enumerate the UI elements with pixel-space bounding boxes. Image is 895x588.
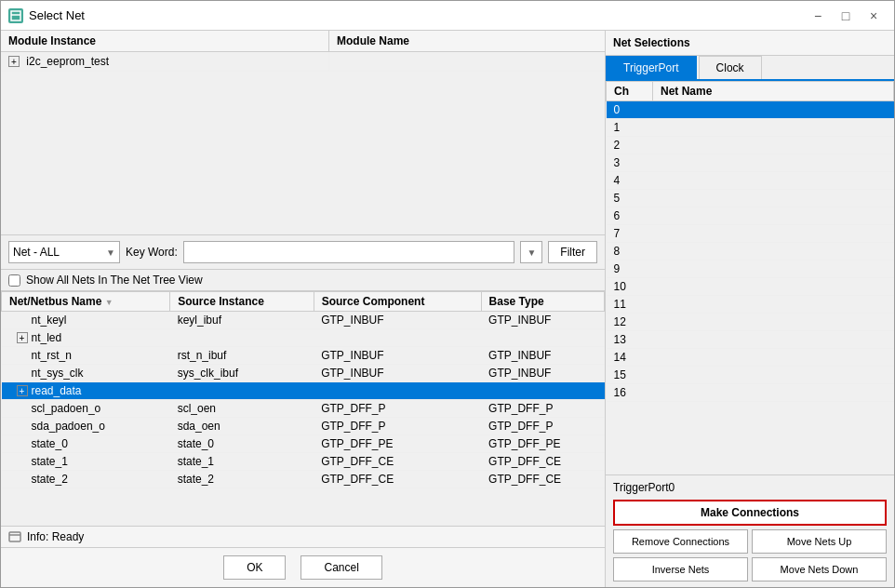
ch-header: Ch [607, 82, 653, 101]
title-bar: Select Net − □ × [1, 1, 894, 31]
ch-table-row[interactable]: 12 [607, 314, 894, 331]
filter-button[interactable]: Filter [548, 241, 597, 263]
close-button[interactable]: × [861, 6, 887, 26]
net-table-row[interactable]: nt_keylkeyl_ibufGTP_INBUFGTP_INBUF [2, 312, 605, 329]
cancel-button[interactable]: Cancel [301, 555, 381, 580]
ch-table-container[interactable]: Ch Net Name 012345678910111213141516 [606, 81, 894, 475]
ch-table-row[interactable]: 10 [607, 278, 894, 296]
move-nets-up-button[interactable]: Move Nets Up [752, 529, 887, 554]
window-title: Select Net [29, 8, 85, 22]
ch-table-row[interactable]: 2 [607, 137, 894, 154]
ch-table: Ch Net Name 012345678910111213141516 [606, 81, 894, 402]
module-name-header: Module Name [329, 31, 605, 51]
main-window: Select Net − □ × Module Instance Module … [0, 0, 895, 588]
minimize-button[interactable]: − [805, 6, 831, 26]
net-selections-header: Net Selections [606, 31, 894, 56]
net-table-row[interactable]: +read_data [2, 382, 605, 400]
status-bar: Info: Ready [1, 526, 605, 547]
ch-table-row[interactable]: 5 [607, 190, 894, 207]
show-all-nets-label: Show All Nets In The Net Tree View [26, 274, 203, 287]
status-text: Info: Ready [27, 530, 84, 543]
ch-table-row[interactable]: 11 [607, 296, 894, 314]
net-table-row[interactable]: scl_padoen_oscl_oenGTP_DFF_PGTP_DFF_P [2, 400, 605, 418]
right-bottom: TriggerPort0 Make Connections Remove Con… [606, 475, 894, 587]
checkbox-row: Show All Nets In The Net Tree View [1, 270, 605, 291]
triggerport0-label: TriggerPort0 [613, 481, 887, 494]
filter-row: Net - ALL ▼ Key Word: ▼ Filter [1, 235, 605, 270]
net-name-header: Net/Netbus Name ▼ [2, 292, 170, 312]
net-table-row[interactable]: +nt_led [2, 329, 605, 347]
source-instance-header: Source Instance [170, 292, 314, 312]
keyword-label: Key Word: [126, 246, 178, 259]
right-panel: Net Selections TriggerPort Clock Ch Net … [606, 31, 894, 587]
ch-table-row[interactable]: 6 [607, 207, 894, 225]
inverse-nets-button[interactable]: Inverse Nets [613, 557, 748, 581]
module-table-row[interactable]: + i2c_eeprom_test [1, 52, 605, 72]
net-select[interactable]: Net - ALL ▼ [8, 241, 120, 263]
ch-table-row[interactable]: 8 [607, 243, 894, 261]
net-select-arrow: ▼ [106, 247, 115, 258]
clock-tab[interactable]: Clock [699, 56, 762, 79]
triggerport-tab[interactable]: TriggerPort [606, 56, 697, 79]
svg-rect-0 [11, 11, 20, 20]
expand-icon[interactable]: + [17, 385, 28, 396]
sort-arrow: ▼ [105, 298, 114, 307]
net-table-row[interactable]: state_1state_1GTP_DFF_CEGTP_DFF_CE [2, 453, 605, 471]
ok-button[interactable]: OK [223, 555, 286, 580]
ch-table-row[interactable]: 14 [607, 349, 894, 367]
main-content: Module Instance Module Name + i2c_eeprom… [1, 31, 894, 587]
ch-table-row[interactable]: 13 [607, 331, 894, 349]
net-table: Net/Netbus Name ▼ Source Instance Source… [1, 291, 605, 488]
net-table-container[interactable]: Net/Netbus Name ▼ Source Instance Source… [1, 291, 605, 526]
keyword-dropdown[interactable]: ▼ [520, 241, 542, 263]
expand-icon[interactable]: + [8, 56, 20, 67]
net-name-ch-header: Net Name [653, 82, 894, 101]
net-table-row[interactable]: nt_sys_clksys_clk_ibufGTP_INBUFGTP_INBUF [2, 365, 605, 382]
make-connections-button[interactable]: Make Connections [613, 500, 887, 526]
status-icon [8, 530, 21, 543]
net-table-row[interactable]: sda_padoen_osda_oenGTP_DFF_PGTP_DFF_P [2, 418, 605, 435]
maximize-button[interactable]: □ [833, 6, 859, 26]
ch-table-row[interactable]: 16 [607, 384, 894, 402]
source-component-header: Source Component [314, 292, 481, 312]
left-panel: Module Instance Module Name + i2c_eeprom… [1, 31, 606, 587]
module-name-value [329, 52, 605, 71]
ch-table-row[interactable]: 7 [607, 225, 894, 243]
action-row-1: Remove Connections Move Nets Up [613, 529, 887, 554]
ch-table-row[interactable]: 1 [607, 119, 894, 137]
expand-icon[interactable]: + [17, 332, 28, 343]
show-all-nets-checkbox[interactable] [8, 274, 20, 287]
action-row-2: Inverse Nets Move Nets Down [613, 557, 887, 581]
net-table-row[interactable]: nt_rst_nrst_n_ibufGTP_INBUFGTP_INBUF [2, 347, 605, 365]
tab-row: TriggerPort Clock [606, 56, 894, 81]
net-table-row[interactable]: state_2state_2GTP_DFF_CEGTP_DFF_CE [2, 471, 605, 488]
svg-rect-2 [9, 532, 20, 541]
ch-table-row[interactable]: 9 [607, 261, 894, 278]
move-nets-down-button[interactable]: Move Nets Down [752, 557, 887, 581]
ch-table-row[interactable]: 4 [607, 172, 894, 190]
window-icon [8, 8, 23, 23]
module-instance-header: Module Instance [1, 31, 329, 51]
ch-table-row[interactable]: 0 [607, 101, 894, 119]
keyword-input[interactable] [183, 241, 515, 263]
bottom-buttons: OK Cancel [1, 547, 605, 587]
module-table-header: Module Instance Module Name [1, 31, 605, 52]
ch-table-row[interactable]: 3 [607, 154, 894, 172]
base-type-header: Base Type [481, 292, 604, 312]
module-instance-value: i2c_eeprom_test [26, 55, 109, 68]
ch-table-row[interactable]: 15 [607, 367, 894, 384]
net-table-row[interactable]: state_0state_0GTP_DFF_PEGTP_DFF_PE [2, 435, 605, 453]
module-table: Module Instance Module Name + i2c_eeprom… [1, 31, 605, 235]
remove-connections-button[interactable]: Remove Connections [613, 529, 748, 554]
